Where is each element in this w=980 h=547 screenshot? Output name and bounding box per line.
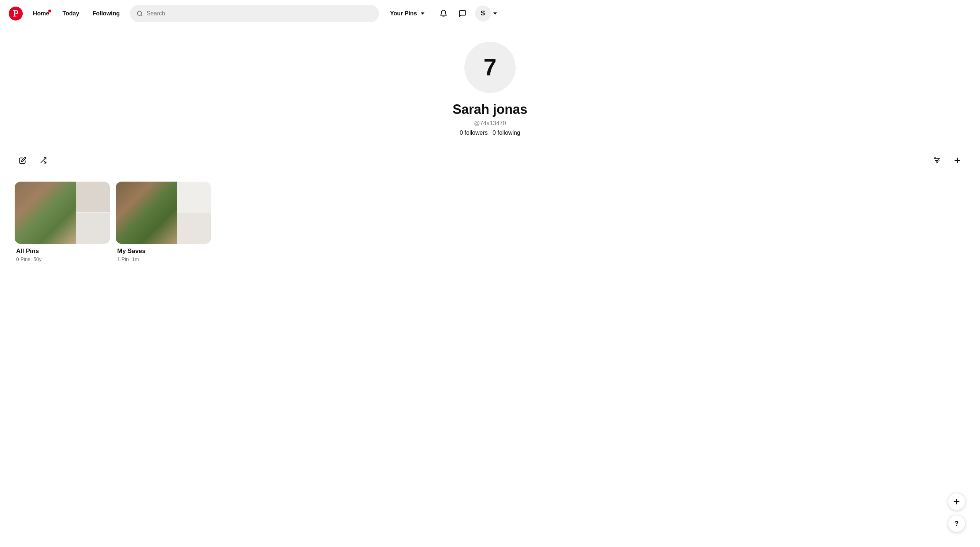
- board-images: [116, 181, 211, 244]
- svg-text:P: P: [13, 8, 18, 18]
- your-pins-label: Your Pins: [390, 10, 417, 17]
- user-avatar: S: [475, 5, 491, 22]
- board-card[interactable]: All Pins 0 Pins 50y: [15, 181, 110, 264]
- board-meta: 1 Pin 1m: [117, 256, 210, 262]
- boards-grid: All Pins 0 Pins 50y My Saves 1 Pin 1m: [0, 176, 980, 269]
- action-left: [15, 152, 51, 169]
- board-meta: 0 Pins 50y: [16, 256, 108, 262]
- add-board-button[interactable]: [949, 152, 965, 169]
- board-title: All Pins: [16, 248, 108, 255]
- board-side-image-top: [177, 181, 211, 212]
- profile-stats: 0 followers · 0 following: [460, 130, 520, 136]
- edit-profile-button[interactable]: [15, 152, 31, 169]
- share-icon: [40, 157, 47, 164]
- your-pins-chevron-icon: [421, 13, 425, 15]
- edit-icon: [19, 157, 26, 164]
- main-nav: Home Today Following: [27, 6, 126, 21]
- svg-line-3: [141, 15, 142, 16]
- board-side-image-bottom: [177, 213, 211, 244]
- user-menu-chevron-icon: [493, 13, 497, 15]
- board-side-image-bottom: [76, 213, 110, 244]
- stats-separator: ·: [489, 130, 491, 136]
- filter-boards-button[interactable]: [929, 152, 945, 169]
- your-pins-button[interactable]: Your Pins: [383, 6, 431, 21]
- board-info: All Pins 0 Pins 50y: [15, 244, 110, 264]
- board-side-images: [177, 181, 211, 244]
- board-age: 1m: [132, 256, 139, 262]
- action-right: [929, 152, 965, 169]
- nav-following-label: Following: [92, 10, 120, 16]
- message-icon: [458, 10, 466, 17]
- profile-name: Sarah jonas: [453, 102, 527, 117]
- fab-help-button[interactable]: ?: [948, 515, 965, 532]
- board-info: My Saves 1 Pin 1m: [116, 244, 211, 264]
- followers-count[interactable]: 0 followers: [460, 130, 487, 136]
- following-count[interactable]: 0 following: [493, 130, 520, 136]
- svg-point-11: [936, 162, 937, 163]
- profile-avatar: 7: [465, 42, 515, 93]
- search-input[interactable]: [146, 10, 372, 17]
- avatar-letter: S: [481, 10, 485, 17]
- pinterest-logo[interactable]: P: [9, 6, 23, 21]
- profile-handle: @74a13470: [474, 120, 506, 127]
- messages-button[interactable]: [455, 5, 471, 22]
- svg-point-10: [938, 160, 939, 161]
- fab-add-icon: [953, 498, 961, 506]
- search-bar: [130, 5, 379, 22]
- board-title: My Saves: [117, 248, 210, 255]
- notification-button[interactable]: [436, 5, 452, 22]
- board-card[interactable]: My Saves 1 Pin 1m: [116, 181, 211, 264]
- profile-section: 7 Sarah jonas @74a13470 0 followers · 0 …: [0, 27, 980, 148]
- board-age: 50y: [33, 256, 42, 262]
- share-profile-button[interactable]: [35, 152, 51, 169]
- action-bar: [0, 148, 980, 173]
- bell-icon: [439, 10, 447, 17]
- header-icons: S: [436, 4, 498, 23]
- board-side-images: [76, 181, 110, 244]
- home-notification-dot: [48, 10, 51, 13]
- nav-home-label: Home: [33, 10, 49, 16]
- fab-container: ?: [948, 493, 965, 532]
- search-icon: [137, 10, 143, 17]
- board-pin-count: 0 Pins: [16, 256, 30, 262]
- board-main-image: [116, 181, 177, 244]
- header: P Home Today Following Your Pins: [0, 0, 980, 27]
- user-menu[interactable]: S: [474, 4, 498, 23]
- svg-point-9: [935, 158, 936, 159]
- nav-following[interactable]: Following: [86, 6, 126, 21]
- nav-home[interactable]: Home: [27, 6, 55, 21]
- board-pin-count: 1 Pin: [117, 256, 129, 262]
- avatar-number: 7: [484, 54, 496, 81]
- fab-add-button[interactable]: [948, 493, 965, 510]
- nav-today-label: Today: [62, 10, 79, 16]
- board-side-image-top: [76, 181, 110, 212]
- board-images: [15, 181, 110, 244]
- board-main-image: [15, 181, 76, 244]
- fab-help-label: ?: [955, 520, 959, 528]
- filter-icon: [933, 156, 941, 164]
- add-icon: [953, 156, 961, 164]
- nav-today[interactable]: Today: [56, 6, 85, 21]
